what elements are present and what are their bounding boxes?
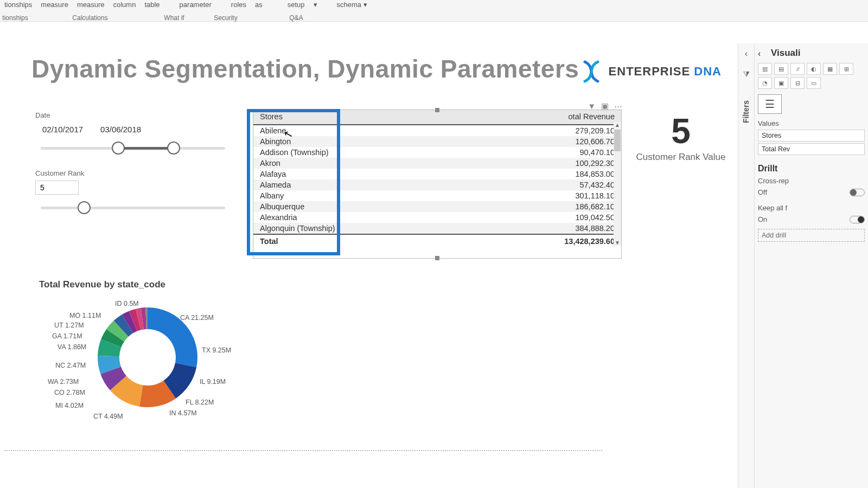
table-row[interactable]: Alexandria109,042.50 [253, 212, 621, 223]
table-cell-revenue: 301,118.10 [468, 190, 621, 201]
table-row[interactable]: Alafaya184,853.00 [253, 169, 621, 179]
ribbon-item[interactable]: as [251, 0, 267, 9]
table-visual[interactable]: ▼ ▣ ⋯ Stores otal Revenue Abilene279,209… [253, 110, 622, 259]
table-row[interactable]: Addison (Township)90,470.10 [253, 147, 621, 158]
table-cell-revenue: 120,606.70 [468, 136, 621, 147]
donut-slice-label: FL 8.22M [186, 399, 214, 406]
table-cell-store: Akron [253, 158, 468, 169]
scroll-down-icon[interactable]: ▼ [615, 240, 620, 246]
date-slider-track[interactable] [41, 147, 225, 150]
ribbon-item[interactable]: schema ▾ [333, 0, 372, 9]
values-section-label: Values [758, 119, 865, 127]
scroll-up-icon[interactable]: ▲ [615, 122, 620, 129]
filter-icon[interactable]: ▼ [588, 101, 596, 111]
field-well-item[interactable]: Stores [758, 130, 865, 142]
filters-pane-collapsed[interactable]: ‹ ⧩ Filters [738, 43, 755, 488]
resize-handle[interactable] [435, 108, 439, 112]
ribbon-item[interactable]: measure [36, 0, 73, 9]
ribbon-item[interactable]: measure [73, 0, 109, 9]
viz-type-icon[interactable]: ▦ [823, 63, 837, 75]
rank-slider-handle[interactable] [78, 201, 91, 214]
table-header-stores[interactable]: Stores [253, 110, 468, 125]
scroll-thumb[interactable] [614, 130, 621, 151]
focus-mode-icon[interactable]: ▣ [601, 101, 609, 111]
table-cell-store: Addison (Township) [253, 147, 468, 158]
ribbon-item[interactable]: column [108, 0, 140, 9]
date-slicer[interactable]: Date 02/10/2017 03/06/2018 [35, 111, 231, 150]
table-cell-store: Alameda [253, 179, 468, 190]
donut-slice-label: IL 9.19M [200, 378, 226, 386]
date-start[interactable]: 02/10/2017 [39, 123, 87, 136]
ribbon: tionships measure measure column table p… [0, 0, 868, 22]
viz-type-icon[interactable]: ⊞ [839, 63, 853, 75]
viz-type-icon[interactable]: ▭ [807, 77, 821, 89]
ribbon-item[interactable]: table [140, 0, 164, 9]
cross-report-toggle[interactable] [850, 189, 865, 196]
resize-handle[interactable] [435, 256, 439, 260]
donut-visual[interactable]: Total Revenue by state_code CA 21.25M TX… [39, 279, 224, 428]
donut-slice-label: CA 21.25M [180, 314, 214, 322]
field-well-item[interactable]: Total Rev [758, 143, 865, 155]
viz-type-icon[interactable]: ▥ [758, 63, 772, 75]
date-slider-handle-end[interactable] [167, 142, 180, 155]
viz-type-icon[interactable]: ▤ [774, 63, 788, 75]
table-cell-store: Albany [253, 190, 468, 201]
card-label: Customer Rank Value [632, 152, 730, 163]
table-row[interactable]: Algonquin (Township)384,888.20 [253, 223, 621, 234]
table-row[interactable]: Akron100,292.30 [253, 158, 621, 169]
viz-type-icon[interactable]: ⫽ [790, 63, 805, 75]
table-row[interactable]: Albany301,118.10 [253, 190, 621, 201]
page-boundary [4, 450, 602, 451]
table-row[interactable]: Alameda57,432.40 [253, 179, 621, 190]
table-cell-revenue: 184,853.00 [468, 169, 621, 179]
table-row[interactable]: Abington120,606.70 [253, 136, 621, 147]
report-canvas[interactable]: Dynamic Segmentation, Dynamic Parameters… [0, 22, 738, 488]
table-total-label: Total [253, 234, 468, 247]
keep-filters-toggle[interactable] [850, 216, 865, 223]
fields-tab-icon[interactable]: ☰ [758, 94, 782, 114]
ribbon-item[interactable]: tionships [0, 0, 36, 9]
table-cell-revenue: 100,292.30 [468, 158, 621, 169]
rank-slider-track[interactable] [41, 207, 225, 209]
card-value: 5 [632, 114, 730, 149]
table-cell-store: Alafaya [253, 169, 468, 179]
donut-slice-label: ID 0.5M [115, 300, 139, 307]
donut-title: Total Revenue by state_code [39, 279, 224, 290]
table-row[interactable]: Albuquerque186,682.10 [253, 201, 621, 212]
visualizations-pane: ‹ Visuali ▥ ▤ ⫽ ◐ ▦ ⊞ ◔ ▣ ⊟ ▭ ☰ Values S… [755, 43, 868, 488]
date-end[interactable]: 03/06/2018 [97, 123, 145, 136]
table-cell-revenue: 384,888.20 [468, 223, 621, 234]
donut-slice-label: MO 1.11M [69, 312, 101, 319]
more-options-icon[interactable]: ⋯ [614, 101, 622, 111]
table-cell-revenue: 279,209.10 [468, 125, 621, 136]
rank-input[interactable]: 5 [35, 181, 79, 195]
ribbon-item[interactable]: roles [227, 0, 251, 9]
chevron-left-icon[interactable]: ‹ [758, 49, 761, 59]
table-cell-revenue: 57,432.40 [468, 179, 621, 190]
ribbon-item[interactable]: parameter [175, 0, 216, 9]
table-cell-store: Abington [253, 136, 468, 147]
donut-slice-label: CO 2.78M [54, 389, 85, 396]
card-visual[interactable]: 5 Customer Rank Value [632, 114, 730, 163]
cross-report-label: Cross-rep [758, 177, 789, 185]
viz-type-icon[interactable]: ⊟ [790, 77, 805, 89]
chevron-left-icon[interactable]: ‹ [738, 43, 754, 64]
donut-slice-label: GA 1.71M [52, 332, 82, 340]
ribbon-dropdown-icon[interactable]: ▾ [309, 0, 322, 9]
viz-type-icon[interactable]: ◔ [758, 77, 772, 89]
table-header-revenue[interactable]: otal Revenue [468, 110, 621, 125]
filters-label: Filters [738, 84, 754, 139]
funnel-icon[interactable]: ⧩ [738, 64, 754, 84]
rank-slicer[interactable]: Customer Rank 5 [35, 169, 231, 209]
viz-type-icon[interactable]: ◐ [807, 63, 821, 75]
table-scrollbar[interactable]: ▲ ▼ [614, 122, 621, 246]
add-drillthrough-well[interactable]: Add drill [758, 229, 865, 242]
brand-logo: ENTERPRISE DNA [579, 60, 722, 84]
table-cell-store: Albuquerque [253, 201, 468, 212]
ribbon-item[interactable]: setup [283, 0, 309, 9]
donut-slice-label: UT 1.27M [54, 322, 84, 329]
table-row[interactable]: Abilene279,209.10 [253, 125, 621, 136]
table-cell-revenue: 90,470.10 [468, 147, 621, 158]
date-slider-handle-start[interactable] [112, 142, 125, 155]
viz-type-icon[interactable]: ▣ [774, 77, 788, 89]
